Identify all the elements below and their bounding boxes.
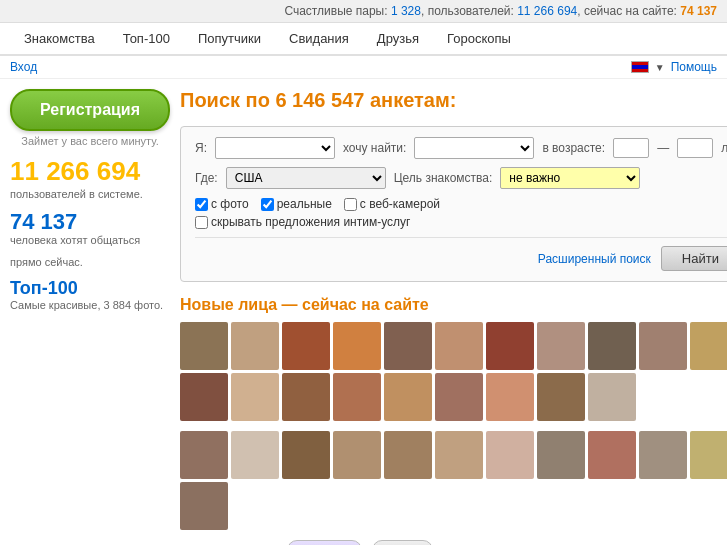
checkbox-photo-text: с фото (211, 197, 249, 211)
age-from-input[interactable] (613, 138, 649, 158)
face-thumb-r1[interactable] (180, 431, 228, 479)
face-thumb-17[interactable] (435, 373, 483, 421)
nav-item-horoscopes[interactable]: Гороскопы (443, 29, 515, 48)
checkbox-hide[interactable] (195, 216, 208, 229)
purpose-label: Цель знакомства: (394, 171, 493, 185)
checkbox-real-label[interactable]: реальные (261, 197, 332, 211)
face-thumb-r5[interactable] (384, 431, 432, 479)
i-am-label: Я: (195, 141, 207, 155)
search-area: Поиск по 6 146 547 анкетам: Я: Мужчина Ж… (180, 89, 727, 545)
happy-pairs-text: Счастливые пары: (284, 4, 387, 18)
users-stat-label: пользователей в системе. (10, 188, 170, 200)
login-link[interactable]: Вход (10, 60, 37, 74)
online-label: сейчас на сайте: (584, 4, 677, 18)
search-bottom: Расширенный поиск Найти (195, 237, 727, 271)
sidebar-tagline: Займет у вас всего минуту. (10, 135, 170, 147)
checkbox-real[interactable] (261, 198, 274, 211)
face-thumb-3[interactable] (282, 322, 330, 370)
tab-guys-button[interactable]: Парни (372, 540, 433, 545)
face-thumb-r4[interactable] (333, 431, 381, 479)
nav-item-dates[interactable]: Свидания (285, 29, 353, 48)
face-thumb-20[interactable] (588, 373, 636, 421)
tab-girls-button[interactable]: Девушки (287, 540, 362, 545)
face-thumb-r2[interactable] (231, 431, 279, 479)
users-stat-number: 11 266 694 (10, 157, 170, 186)
nav-item-friends[interactable]: Друзья (373, 29, 423, 48)
face-thumb-2[interactable] (231, 322, 279, 370)
face-thumb-11[interactable] (690, 322, 727, 370)
top100-section-title: Топ-100 США (180, 542, 277, 546)
looking-for-label: хочу найти: (343, 141, 406, 155)
checkbox-webcam-text: с веб-камерой (360, 197, 440, 211)
nav-item-top100[interactable]: Топ-100 (119, 29, 174, 48)
flag-icon (631, 61, 649, 73)
face-thumb-r6[interactable] (435, 431, 483, 479)
purpose-select[interactable]: не важно (500, 167, 640, 189)
faces-grid-row2 (180, 431, 727, 530)
online-stat-number[interactable]: 74 137 (10, 210, 170, 234)
register-button[interactable]: Регистрация (10, 89, 170, 131)
checkbox-webcam-label[interactable]: с веб-камерой (344, 197, 440, 211)
face-thumb-r9[interactable] (588, 431, 636, 479)
age-label: в возрасте: (542, 141, 605, 155)
face-thumb-10[interactable] (639, 322, 687, 370)
face-thumb-5[interactable] (384, 322, 432, 370)
face-thumb-4[interactable] (333, 322, 381, 370)
face-thumb-r3[interactable] (282, 431, 330, 479)
pairs-count-link[interactable]: 1 328 (391, 4, 421, 18)
face-thumb-18[interactable] (486, 373, 534, 421)
help-link[interactable]: Помощь (671, 60, 717, 74)
face-thumb-8[interactable] (537, 322, 585, 370)
online-count-link[interactable]: 74 137 (680, 4, 717, 18)
face-thumb-r12[interactable] (180, 482, 228, 530)
face-thumb-13[interactable] (231, 373, 279, 421)
age-suffix: лет (721, 141, 727, 155)
online-stat-label2: прямо сейчас. (10, 256, 170, 268)
where-select[interactable]: США (226, 167, 386, 189)
main-layout: Регистрация Займет у вас всего минуту. 1… (0, 79, 727, 545)
new-faces-section: Новые лица — сейчас на сайте (180, 296, 727, 530)
checkbox-webcam[interactable] (344, 198, 357, 211)
search-button[interactable]: Найти (661, 246, 727, 271)
face-thumb-r7[interactable] (486, 431, 534, 479)
sidebar-top100-link[interactable]: Топ-100 (10, 278, 170, 299)
face-thumb-6[interactable] (435, 322, 483, 370)
face-thumb-16[interactable] (384, 373, 432, 421)
age-dash: — (657, 141, 669, 155)
flag-help-area: ▼ Помощь (631, 60, 717, 74)
face-thumb-15[interactable] (333, 373, 381, 421)
sidebar-top100-desc: Самые красивые, 3 884 фото. (10, 299, 170, 311)
flag-dropdown-icon[interactable]: ▼ (655, 62, 665, 73)
sidebar: Регистрация Займет у вас всего минуту. 1… (10, 89, 170, 545)
face-thumb-14[interactable] (282, 373, 330, 421)
top-bar: Счастливые пары: 1 328, пользователей: 1… (0, 0, 727, 23)
faces-grid-row1 (180, 322, 727, 421)
checkbox-hide-label[interactable]: скрывать предложения интим-услуг (195, 215, 410, 229)
face-thumb-19[interactable] (537, 373, 585, 421)
checkbox-hide-text: скрывать предложения интим-услуг (211, 215, 410, 229)
face-thumb-7[interactable] (486, 322, 534, 370)
face-thumb-9[interactable] (588, 322, 636, 370)
face-thumb-r10[interactable] (639, 431, 687, 479)
where-label: Где: (195, 171, 218, 185)
users-label: пользователей: (428, 4, 514, 18)
checkbox-row-2: скрывать предложения интим-услуг (195, 215, 727, 229)
face-thumb-r8[interactable] (537, 431, 585, 479)
top100-section: Топ-100 США Девушки Парни (180, 540, 727, 545)
i-am-select[interactable]: Мужчина Женщина (215, 137, 335, 159)
looking-for-select[interactable]: Мужчину Женщину (414, 137, 534, 159)
nav-item-travel[interactable]: Попутчики (194, 29, 265, 48)
checkbox-photo[interactable] (195, 198, 208, 211)
nav-item-dating[interactable]: Знакомства (20, 29, 99, 48)
users-count-link[interactable]: 11 266 694 (517, 4, 577, 18)
face-thumb-12[interactable] (180, 373, 228, 421)
advanced-search-link[interactable]: Расширенный поиск (538, 252, 651, 266)
face-thumb-1[interactable] (180, 322, 228, 370)
face-thumb-r11[interactable] (690, 431, 727, 479)
search-title: Поиск по 6 146 547 анкетам: (180, 89, 727, 112)
search-row-2: Где: США Цель знакомства: не важно (195, 167, 727, 189)
main-nav: Знакомства Топ-100 Попутчики Свидания Др… (0, 23, 727, 56)
checkbox-photo-label[interactable]: с фото (195, 197, 249, 211)
age-to-input[interactable] (677, 138, 713, 158)
checkbox-row-1: с фото реальные с веб-камерой (195, 197, 727, 211)
